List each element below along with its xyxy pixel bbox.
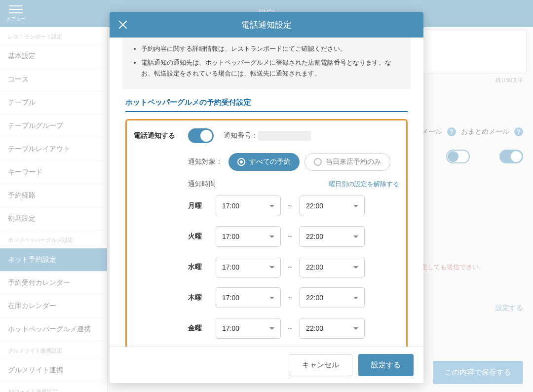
modal-footer: キャンセル 設定する [110, 347, 423, 383]
enable-label: 電話通知する [134, 131, 188, 140]
tilde: ～ [287, 232, 294, 241]
tilde: ～ [287, 324, 294, 333]
target-row: 通知対象： すべての予約 当日来店予約のみ [188, 153, 399, 171]
modal-title: 電話通知設定 [241, 19, 292, 31]
info-list: 予約内容に関する詳細情報は、レストランボードにてご確認ください。電話通知の通知先… [122, 38, 411, 89]
day-row: 金曜17:00～22:00 [188, 318, 399, 339]
day-row: 火曜17:00～22:00 [188, 226, 399, 247]
day-name: 水曜 [188, 263, 216, 272]
radio-icon [237, 158, 245, 166]
start-time-select[interactable]: 17:00 [216, 287, 281, 308]
time-label: 通知時間 [188, 180, 216, 189]
day-name: 火曜 [188, 232, 216, 241]
modal-overlay: 電話通知設定 予約内容に関する詳細情報は、レストランボードにてご確認ください。電… [0, 0, 533, 392]
modal-body: 予約内容に関する詳細情報は、レストランボードにてご確認ください。電話通知の通知先… [110, 38, 423, 347]
day-name: 金曜 [188, 324, 216, 333]
end-time-select[interactable]: 22:00 [300, 257, 365, 277]
settings-highlight-box: 電話通知する 通知番号： 000-0000-0000 通知対象： すべての予約 [125, 119, 408, 347]
modal: 電話通知設定 予約内容に関する詳細情報は、レストランボードにてご確認ください。電… [110, 12, 423, 383]
target-options: すべての予約 当日来店予約のみ [228, 153, 390, 171]
start-time-select[interactable]: 17:00 [216, 318, 281, 339]
end-time-select[interactable]: 22:00 [300, 196, 365, 216]
target-label: 通知対象： [188, 157, 223, 166]
section-title: ホットペッパーグルメの予約受付設定 [125, 98, 408, 112]
start-time-select[interactable]: 17:00 [216, 257, 281, 277]
enable-row: 電話通知する 通知番号： 000-0000-0000 [134, 128, 399, 143]
cancel-button[interactable]: キャンセル [289, 354, 352, 376]
day-name: 月曜 [188, 201, 216, 210]
confirm-button[interactable]: 設定する [358, 354, 414, 376]
reset-day-link[interactable]: 曜日別の設定を解除する [329, 180, 399, 189]
tilde: ～ [287, 293, 294, 302]
tilde: ～ [287, 263, 294, 272]
end-time-select[interactable]: 22:00 [300, 287, 365, 308]
target-option-label: すべての予約 [249, 157, 291, 166]
target-option-today[interactable]: 当日来店予約のみ [305, 153, 390, 171]
time-header: 通知時間 曜日別の設定を解除する [188, 180, 399, 189]
day-row: 木曜17:00～22:00 [188, 287, 399, 308]
day-rows-container: 月曜17:00～22:00火曜17:00～22:00水曜17:00～22:00木… [134, 196, 399, 339]
info-bullet: 電話通知の通知先は、ホットペッパーグルメに登録された店舗電話番号となります。なお… [141, 57, 401, 79]
day-name: 木曜 [188, 293, 216, 302]
phone-number: 000-0000-0000 [258, 131, 311, 141]
enable-toggle[interactable] [188, 128, 214, 143]
radio-icon [314, 158, 322, 166]
end-time-select[interactable]: 22:00 [300, 226, 365, 247]
target-option-all[interactable]: すべての予約 [228, 153, 300, 171]
start-time-select[interactable]: 17:00 [216, 226, 281, 247]
start-time-select[interactable]: 17:00 [216, 196, 281, 216]
day-row: 月曜17:00～22:00 [188, 196, 399, 216]
phone-label: 通知番号： [224, 131, 258, 140]
close-icon[interactable] [117, 19, 128, 30]
tilde: ～ [287, 201, 294, 210]
day-row: 水曜17:00～22:00 [188, 257, 399, 277]
end-time-select[interactable]: 22:00 [300, 318, 365, 339]
info-bullet: 予約内容に関する詳細情報は、レストランボードにてご確認ください。 [141, 43, 401, 54]
target-option-label: 当日来店予約のみ [326, 157, 381, 166]
modal-header: 電話通知設定 [110, 12, 423, 38]
